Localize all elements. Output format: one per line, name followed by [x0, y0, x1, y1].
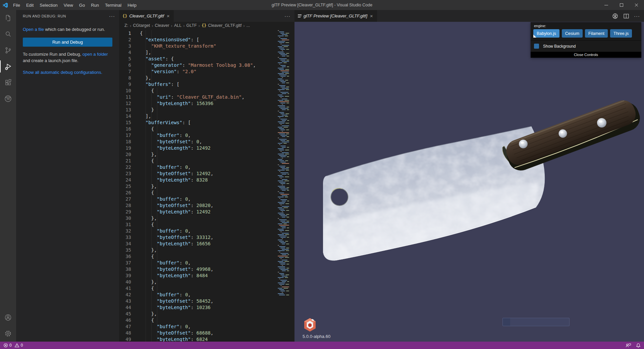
- code-line[interactable]: 21 {: [119, 158, 294, 164]
- menu-run[interactable]: Run: [88, 0, 102, 10]
- code-line[interactable]: 7 "version": "2.0": [119, 68, 294, 75]
- breadcrumb-item[interactable]: Cleaver: [155, 23, 169, 28]
- line-number[interactable]: 13: [119, 107, 131, 113]
- line-number[interactable]: 23: [119, 170, 131, 177]
- sidebar-item-gltf-tools[interactable]: TF: [0, 91, 16, 107]
- code-line[interactable]: 30 },: [119, 215, 294, 221]
- code-line[interactable]: 33 "byteOffset": 33312,: [119, 234, 294, 241]
- gltf-inspect-icon[interactable]: [612, 13, 619, 19]
- show-background-row[interactable]: Show Background: [531, 41, 641, 52]
- menu-selection[interactable]: Selection: [37, 0, 60, 10]
- code-line[interactable]: 24 "byteLength": 8328: [119, 177, 294, 183]
- line-number[interactable]: 19: [119, 145, 131, 151]
- code-line[interactable]: 38 "byteOffset": 49968,: [119, 266, 294, 272]
- line-number[interactable]: 36: [119, 253, 131, 260]
- code-line[interactable]: 25 },: [119, 183, 294, 190]
- breadcrumb-item[interactable]: Cleaver_GLTF.gltf: [208, 23, 241, 28]
- code-line[interactable]: 15 "bufferViews": [: [119, 119, 294, 126]
- line-number[interactable]: 5: [119, 56, 131, 62]
- show-debug-configs-link[interactable]: Show all automatic debug configurations.: [23, 70, 102, 75]
- code-line[interactable]: 11 "uri": "Cleaver_GLTF_data.bin",: [119, 94, 294, 100]
- menu-edit[interactable]: Edit: [23, 0, 37, 10]
- code-line[interactable]: 31 {: [119, 221, 294, 228]
- breadcrumb[interactable]: Z:›CGtarget›Cleaver›ALL›GLTF›{}Cleaver_G…: [119, 22, 294, 29]
- code-line[interactable]: 36 {: [119, 253, 294, 260]
- code-line[interactable]: 28 "byteOffset": 20820,: [119, 202, 294, 209]
- code-line[interactable]: 48 "byteOffset": 68688,: [119, 330, 294, 336]
- line-number[interactable]: 47: [119, 323, 131, 330]
- code-line[interactable]: 46 {: [119, 317, 294, 323]
- line-number[interactable]: 28: [119, 202, 131, 209]
- close-button[interactable]: [629, 0, 644, 10]
- breadcrumb-item[interactable]: CGtarget: [133, 23, 150, 28]
- line-number[interactable]: 41: [119, 285, 131, 292]
- code-line[interactable]: 27 "buffer": 0,: [119, 196, 294, 202]
- engine-button-babylonjs[interactable]: Babylon.js: [533, 29, 559, 38]
- line-number[interactable]: 10: [119, 88, 131, 94]
- line-number[interactable]: 27: [119, 196, 131, 202]
- code-line[interactable]: 3 "KHR_texture_transform": [119, 43, 294, 49]
- engine-button-filament[interactable]: Filament: [585, 29, 608, 38]
- line-number[interactable]: 32: [119, 228, 131, 234]
- line-number[interactable]: 20: [119, 151, 131, 158]
- code-line[interactable]: 4 ],: [119, 49, 294, 56]
- line-number[interactable]: 7: [119, 68, 131, 75]
- code-line[interactable]: 29 "byteLength": 12492: [119, 209, 294, 215]
- sidebar-item-extensions[interactable]: [0, 74, 16, 91]
- code-line[interactable]: 18 "byteOffset": 0,: [119, 139, 294, 145]
- code-line[interactable]: 9 "buffers": [: [119, 81, 294, 88]
- line-number[interactable]: 8: [119, 75, 131, 81]
- engine-button-threejs[interactable]: Three.js: [610, 29, 632, 38]
- line-number[interactable]: 25: [119, 183, 131, 190]
- line-number[interactable]: 14: [119, 113, 131, 119]
- sidebar-more-actions-icon[interactable]: ···: [109, 14, 115, 18]
- close-controls-button[interactable]: Close Controls: [531, 52, 641, 58]
- feedback-icon[interactable]: [626, 343, 631, 348]
- line-number[interactable]: 30: [119, 215, 131, 221]
- breadcrumb-item[interactable]: Z:: [124, 23, 128, 28]
- code-line[interactable]: 22 "buffer": 0,: [119, 164, 294, 170]
- code-line[interactable]: 34 "byteLength": 16656: [119, 241, 294, 247]
- code-line[interactable]: 35 },: [119, 247, 294, 253]
- code-line[interactable]: 2 "extensionsUsed": [: [119, 37, 294, 43]
- menu-help[interactable]: Help: [124, 0, 140, 10]
- line-number[interactable]: 34: [119, 241, 131, 247]
- line-number[interactable]: 31: [119, 221, 131, 228]
- line-number[interactable]: 45: [119, 311, 131, 317]
- line-number[interactable]: 9: [119, 81, 131, 88]
- code-line[interactable]: 37 "buffer": 0,: [119, 260, 294, 266]
- line-number[interactable]: 42: [119, 292, 131, 298]
- code-editor[interactable]: 1{2 "extensionsUsed": [3 "KHR_texture_tr…: [119, 29, 294, 342]
- menu-view[interactable]: View: [61, 0, 76, 10]
- tab-gltf-preview[interactable]: glTF Preview [Cleaver_GLTF.gltf] ×: [294, 10, 377, 22]
- engine-button-cesium[interactable]: Cesium: [562, 29, 583, 38]
- preview-tab-close-icon[interactable]: ×: [369, 13, 374, 19]
- open-folder-link[interactable]: open a folder: [83, 52, 108, 57]
- run-and-debug-button[interactable]: Run and Debug: [23, 38, 112, 47]
- code-line[interactable]: 43 "byteOffset": 58452,: [119, 298, 294, 304]
- settings-button[interactable]: [0, 326, 16, 342]
- sidebar-item-search[interactable]: [0, 26, 16, 42]
- line-number[interactable]: 49: [119, 336, 131, 342]
- line-number[interactable]: 3: [119, 43, 131, 49]
- breadcrumb-item[interactable]: ALL: [174, 23, 181, 28]
- code-line[interactable]: 23 "byteOffset": 12492,: [119, 170, 294, 177]
- line-number[interactable]: 12: [119, 100, 131, 107]
- line-number[interactable]: 24: [119, 177, 131, 183]
- line-number[interactable]: 35: [119, 247, 131, 253]
- code-line[interactable]: 12 "byteLength": 156396: [119, 100, 294, 107]
- minimap[interactable]: [277, 30, 289, 296]
- notifications-bell-icon[interactable]: [636, 343, 641, 348]
- faint-search-box[interactable]: [502, 318, 570, 326]
- line-number[interactable]: 22: [119, 164, 131, 170]
- code-line[interactable]: 45 },: [119, 311, 294, 317]
- code-line[interactable]: 17 "buffer": 0,: [119, 132, 294, 139]
- code-line[interactable]: 14 ],: [119, 113, 294, 119]
- menu-go[interactable]: Go: [76, 0, 88, 10]
- breadcrumb-item[interactable]: GLTF: [186, 23, 197, 28]
- line-number[interactable]: 6: [119, 62, 131, 68]
- line-number[interactable]: 1: [119, 30, 131, 37]
- line-number[interactable]: 44: [119, 304, 131, 311]
- breadcrumb-item[interactable]: ...: [247, 23, 250, 28]
- code-line[interactable]: 16 {: [119, 126, 294, 132]
